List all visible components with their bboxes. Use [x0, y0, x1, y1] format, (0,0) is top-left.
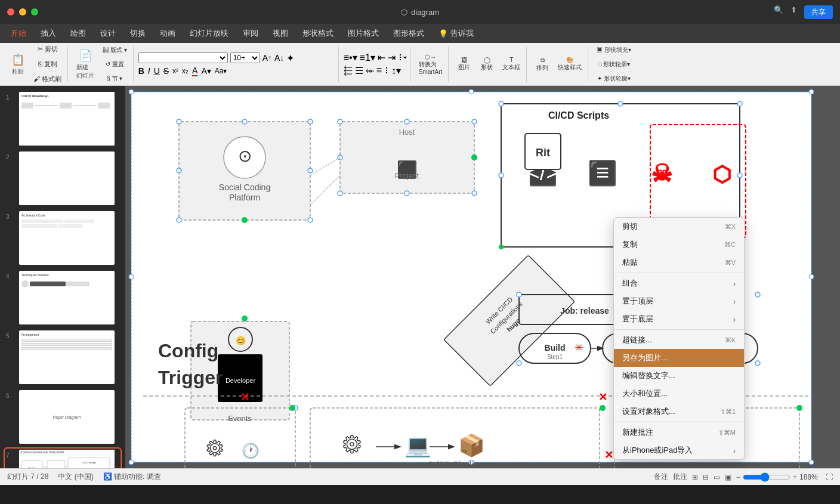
- close-button[interactable]: [7, 8, 14, 16]
- highlight-button[interactable]: A▾: [201, 66, 211, 76]
- cut-button[interactable]: ✂ 剪切: [30, 42, 65, 56]
- ctx-cut[interactable]: 剪切 ⌘X: [614, 218, 744, 236]
- italic-button[interactable]: I: [148, 66, 150, 76]
- ctx-copy[interactable]: 复制 ⌘C: [614, 236, 744, 253]
- fit-screen-button[interactable]: ⛶: [826, 473, 833, 481]
- ctx-format-object-label: 设置对象格式...: [622, 406, 675, 417]
- ctx-new-comment[interactable]: 新建批注 ⇧⌘M: [614, 423, 744, 441]
- ctx-size-position[interactable]: 大小和位置...: [614, 385, 744, 403]
- copy-button[interactable]: ⎘ 复制: [30, 57, 65, 71]
- menu-draw[interactable]: 绘图: [64, 26, 92, 41]
- layout-button[interactable]: ▦ 版式 ▾: [99, 44, 131, 57]
- share-button[interactable]: 共享: [804, 5, 833, 19]
- zoom-slider[interactable]: [743, 472, 790, 482]
- font-size-select[interactable]: 10+: [230, 52, 260, 63]
- columns2-button[interactable]: ⫶: [384, 65, 389, 76]
- decrease-indent-button[interactable]: ⇤: [378, 52, 385, 63]
- textbox-button[interactable]: T 文本框: [499, 54, 524, 74]
- menu-picture-format[interactable]: 图片格式: [342, 26, 385, 41]
- ctx-group[interactable]: 组合 ›: [614, 274, 744, 292]
- slide-item-1[interactable]: 1 CI/CD Roadmap: [5, 91, 121, 147]
- paste-button[interactable]: 📋 粘贴: [7, 51, 29, 78]
- ctx-import-iphone[interactable]: 从iPhone或iPad导入 ›: [614, 441, 744, 459]
- reset-button[interactable]: ↺ 重置: [99, 58, 131, 71]
- view-reading-button[interactable]: ▭: [714, 473, 720, 481]
- shape-button[interactable]: ◯ 形状: [476, 54, 498, 74]
- ctx-edit-alt[interactable]: 编辑替换文字...: [614, 367, 744, 385]
- align-center-button[interactable]: ☰: [355, 65, 363, 76]
- underline-button[interactable]: U: [154, 66, 160, 76]
- view-normal-button[interactable]: ⊞: [692, 473, 698, 481]
- menu-graphic-format[interactable]: 图形格式: [387, 26, 430, 41]
- menu-animation[interactable]: 动画: [154, 26, 181, 41]
- search-icon[interactable]: 🔍: [774, 5, 783, 19]
- font-grow-button[interactable]: A↑: [262, 53, 272, 63]
- align-right-button[interactable]: ⬰: [366, 65, 374, 76]
- menu-slideshow[interactable]: 幻灯片放映: [184, 26, 234, 41]
- font-case-button[interactable]: Aa▾: [215, 67, 227, 75]
- align-left-button[interactable]: ⬱: [344, 65, 353, 76]
- ctx-edit-alt-label: 编辑替换文字...: [622, 370, 675, 381]
- svg-text:✕: ✕: [604, 449, 613, 461]
- increase-indent-button[interactable]: ⇥: [388, 52, 396, 63]
- new-slide-button[interactable]: 📄 新建幻灯片: [73, 47, 98, 82]
- minimize-button[interactable]: [19, 8, 26, 16]
- menu-insert[interactable]: 插入: [35, 26, 62, 41]
- share-icon[interactable]: ⬆: [790, 5, 797, 19]
- zoom-out-button[interactable]: −: [736, 473, 740, 481]
- menu-tell-me[interactable]: 💡告诉我: [433, 26, 480, 41]
- slide-item-4[interactable]: 4 Techniques Baseline: [5, 270, 121, 326]
- quick-style-button[interactable]: 🎨 快速样式: [554, 54, 585, 74]
- ctx-send-bottom[interactable]: 置于底层 ›: [614, 310, 744, 328]
- view-presenter-button[interactable]: ▣: [725, 473, 731, 481]
- zoom-in-button[interactable]: +: [793, 473, 797, 481]
- shape-fill-button[interactable]: ▣ 形状填充▾: [593, 44, 635, 57]
- bold-button[interactable]: B: [138, 66, 144, 76]
- notes-button[interactable]: 备注: [654, 472, 668, 482]
- menu-review[interactable]: 审阅: [237, 26, 264, 41]
- menu-shape-format[interactable]: 形状格式: [297, 26, 339, 41]
- ctx-save-image[interactable]: 另存为图片...: [614, 349, 744, 367]
- svg-point-24: [177, 168, 181, 173]
- arrange-button[interactable]: ⧉ 排列: [532, 54, 553, 75]
- font-group: 10+ A↑ A↓ ✦ B I U S x² x₂ A A▾ Aa▾: [136, 47, 339, 82]
- comments-button[interactable]: 批注: [673, 472, 687, 482]
- ctx-paste[interactable]: 粘贴 ⌘V: [614, 253, 744, 271]
- slide-item-7[interactable]: 7 A Global Overview with Three Model Soc…: [5, 449, 121, 468]
- slide-item-5[interactable]: 5 Arrangement: [5, 329, 121, 385]
- view-slide-button[interactable]: ⊟: [703, 473, 709, 481]
- menu-switch[interactable]: 切换: [124, 26, 152, 41]
- clear-format-button[interactable]: ✦: [286, 52, 294, 64]
- font-family-select[interactable]: [138, 52, 228, 63]
- slide-item-2[interactable]: 2: [5, 150, 121, 206]
- strikethrough-button[interactable]: S: [163, 66, 169, 76]
- font-shrink-button[interactable]: A↓: [274, 53, 284, 63]
- columns-button[interactable]: ⫶▾: [398, 52, 407, 63]
- shape-outline-button[interactable]: □ 形状轮廓▾: [593, 58, 635, 71]
- section-button[interactable]: § 节 ▾: [99, 72, 131, 85]
- subscript-button[interactable]: x₂: [182, 67, 189, 75]
- image-button[interactable]: 🖼 图片: [453, 54, 475, 74]
- ctx-bring-top[interactable]: 置于顶层 ›: [614, 292, 744, 310]
- svg-point-50: [737, 173, 742, 178]
- superscript-button[interactable]: x²: [172, 67, 178, 75]
- slide-item-6[interactable]: 6 Paper Diagram: [5, 389, 121, 445]
- shape-effect-button[interactable]: ✦ 形状轮廓▾: [593, 72, 635, 85]
- menu-design[interactable]: 设计: [94, 26, 122, 41]
- ctx-format-object[interactable]: 设置对象格式... ⇧⌘1: [614, 403, 744, 420]
- font-color-button[interactable]: A: [192, 66, 197, 76]
- line-spacing-button[interactable]: ↕▾: [391, 65, 401, 76]
- format-copy-button[interactable]: 🖌 格式刷: [30, 72, 65, 86]
- menu-start[interactable]: 开始: [5, 26, 32, 41]
- maximize-button[interactable]: [31, 8, 38, 16]
- slide-group: 📄 新建幻灯片 ▦ 版式 ▾ ↺ 重置 § 节 ▾: [70, 47, 134, 82]
- zoom-level-label: 188%: [799, 473, 821, 481]
- slide-item-3[interactable]: 3 Architecture Code: [5, 210, 121, 266]
- ctx-cut-label: 剪切: [622, 221, 638, 232]
- menu-view[interactable]: 视图: [267, 26, 294, 41]
- bullets-button[interactable]: ≡•▾: [344, 52, 357, 63]
- numbering-button[interactable]: ≡1▾: [360, 52, 375, 63]
- justify-button[interactable]: ≡: [376, 65, 382, 76]
- ctx-hyperlink[interactable]: 超链接... ⌘K: [614, 331, 744, 349]
- convert-smartart-button[interactable]: ⬡→ 转换为SmartArt: [415, 51, 446, 78]
